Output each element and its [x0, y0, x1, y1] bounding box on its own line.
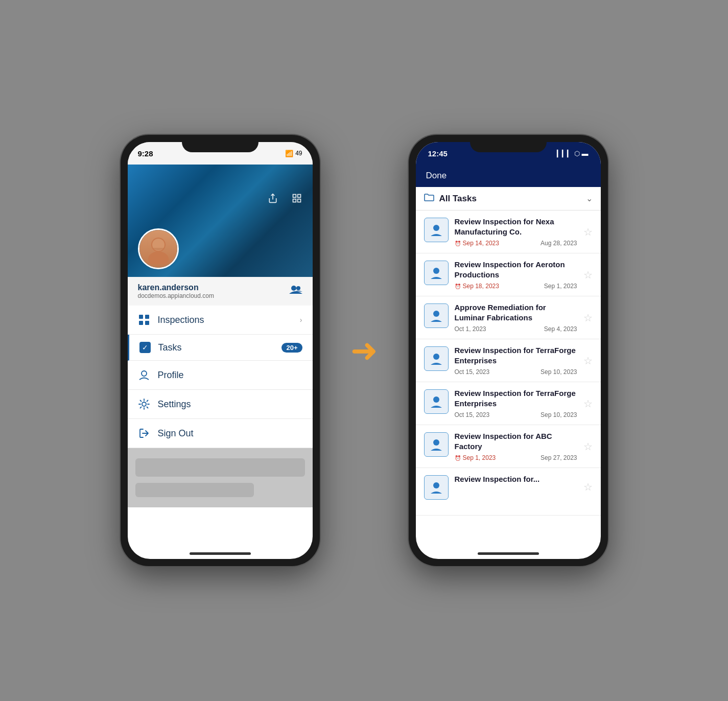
task-dates-1: ⏰ Sep 14, 2023 Aug 28, 2023 — [455, 240, 577, 247]
svg-rect-10 — [145, 315, 149, 319]
task-date-created-3: Sep 4, 2023 — [544, 325, 577, 333]
task-date-created-2: Sep 1, 2023 — [544, 283, 577, 290]
gray-overlay-section — [128, 448, 313, 507]
svg-point-19 — [433, 396, 439, 403]
top-bar-icons — [265, 190, 305, 206]
home-indicator-left — [190, 552, 251, 555]
svg-point-7 — [291, 286, 296, 291]
all-tasks-label: All Tasks — [439, 194, 581, 204]
menu-item-profile[interactable]: Profile — [128, 361, 313, 390]
settings-label: Settings — [158, 399, 302, 410]
star-icon-5[interactable]: ☆ — [583, 398, 593, 410]
done-button[interactable]: Done — [426, 171, 447, 181]
left-phone-notch — [182, 135, 259, 152]
star-icon-7[interactable]: ☆ — [583, 481, 593, 493]
task-date-left-2: ⏰ Sep 18, 2023 — [455, 283, 499, 290]
svg-point-8 — [296, 286, 300, 290]
star-icon-2[interactable]: ☆ — [583, 269, 593, 281]
arrow-icon: ➜ — [350, 334, 378, 367]
task-date-due-3: Oct 1, 2023 — [455, 325, 486, 333]
svg-rect-9 — [139, 315, 143, 319]
inspections-chevron: › — [300, 316, 302, 324]
all-tasks-row[interactable]: All Tasks ⌄ — [416, 187, 601, 211]
star-icon-1[interactable]: ☆ — [583, 226, 593, 238]
star-icon-6[interactable]: ☆ — [583, 440, 593, 453]
task-date-left-6: ⏰ Sep 1, 2023 — [455, 454, 496, 461]
task-date-left-1: ⏰ Sep 14, 2023 — [455, 240, 499, 247]
avatar-face — [139, 230, 177, 268]
task-title-1: Review Inspection for Nexa Manufacturing… — [455, 217, 577, 237]
task-list: Review Inspection for Nexa Manufacturing… — [416, 211, 601, 516]
menu-item-tasks[interactable]: ✓ Tasks 20+ — [128, 335, 313, 361]
task-item-3[interactable]: Approve Remediation for Luminar Fabricat… — [416, 296, 601, 339]
task-item-5[interactable]: Review Inspection for TerraForge Enterpr… — [416, 382, 601, 425]
alarm-icon-6: ⏰ — [455, 455, 461, 461]
task-dates-3: Oct 1, 2023 Sep 4, 2023 — [455, 325, 577, 333]
share-icon[interactable] — [265, 190, 281, 206]
svg-point-14 — [142, 402, 146, 406]
task-item-4[interactable]: Review Inspection for TerraForge Enterpr… — [416, 339, 601, 382]
task-content-6: Review Inspection for ABC Factory ⏰ Sep … — [455, 431, 577, 461]
gray-placeholder-2 — [135, 483, 254, 497]
task-content-3: Approve Remediation for Luminar Fabricat… — [455, 302, 577, 333]
battery-text: 49 — [295, 150, 302, 157]
task-avatar-4 — [424, 346, 449, 371]
scene: 9:28 📶 49 — [121, 135, 608, 566]
right-status-icons: ▎▎▎ ⬡ ▬ — [557, 150, 589, 157]
task-dates-4: Oct 15, 2023 Sep 10, 2023 — [455, 368, 577, 376]
group-icon[interactable] — [289, 285, 302, 298]
username: karen.anderson — [138, 283, 214, 292]
task-title-2: Review Inspection for Aeroton Production… — [455, 260, 577, 279]
profile-icon — [138, 369, 150, 381]
gray-placeholder-1 — [135, 458, 305, 477]
task-item-2[interactable]: Review Inspection for Aeroton Production… — [416, 253, 601, 296]
task-avatar-5 — [424, 389, 449, 414]
hero-image — [128, 165, 313, 277]
folder-icon — [424, 193, 434, 204]
menu-item-inspections[interactable]: Inspections › — [128, 306, 313, 335]
svg-rect-12 — [145, 321, 149, 325]
task-date-created-1: Aug 28, 2023 — [541, 240, 577, 247]
all-tasks-chevron: ⌄ — [586, 194, 593, 203]
left-phone: 9:28 📶 49 — [121, 135, 320, 566]
tasks-checkbox-icon: ✓ — [139, 342, 151, 353]
task-date-due-5: Oct 15, 2023 — [455, 411, 490, 418]
right-phone-screen: 12:45 ▎▎▎ ⬡ ▬ Done All Tasks ⌄ — [416, 142, 601, 559]
svg-rect-2 — [293, 199, 296, 202]
tasks-badge: 20+ — [281, 343, 302, 353]
task-title-5: Review Inspection for TerraForge Enterpr… — [455, 388, 577, 408]
task-date-due-2: Sep 18, 2023 — [463, 283, 499, 290]
user-email: docdemos.appiancloud.com — [138, 292, 214, 299]
task-avatar-6 — [424, 432, 449, 457]
task-content-2: Review Inspection for Aeroton Production… — [455, 260, 577, 290]
user-info: karen.anderson docdemos.appiancloud.com — [138, 283, 214, 299]
task-dates-6: ⏰ Sep 1, 2023 Sep 27, 2023 — [455, 454, 577, 461]
task-item-6[interactable]: Review Inspection for ABC Factory ⏰ Sep … — [416, 425, 601, 468]
signout-icon — [138, 427, 150, 439]
right-phone-notch — [470, 135, 547, 152]
done-bar: Done — [416, 165, 601, 187]
task-item-1[interactable]: Review Inspection for Nexa Manufacturing… — [416, 211, 601, 253]
svg-rect-1 — [297, 195, 300, 198]
svg-point-17 — [433, 311, 439, 317]
wifi-icon-right: ⬡ — [574, 150, 580, 157]
svg-rect-11 — [139, 321, 143, 325]
task-avatar-2 — [424, 261, 449, 285]
menu-item-signout[interactable]: Sign Out — [128, 419, 313, 448]
tasks-label: Tasks — [158, 342, 274, 353]
task-item-7[interactable]: Review Inspection for... ☆ — [416, 468, 601, 516]
star-icon-4[interactable]: ☆ — [583, 355, 593, 367]
task-date-due-6: Sep 1, 2023 — [463, 454, 496, 461]
menu-item-settings[interactable]: Settings — [128, 390, 313, 419]
svg-point-15 — [433, 225, 439, 231]
task-avatar-7 — [424, 475, 449, 500]
svg-point-5 — [148, 251, 169, 264]
grid-icon[interactable] — [289, 190, 305, 206]
task-title-6: Review Inspection for ABC Factory — [455, 431, 577, 451]
profile-label: Profile — [158, 370, 302, 381]
svg-point-20 — [433, 439, 439, 446]
star-icon-3[interactable]: ☆ — [583, 312, 593, 324]
right-phone: 12:45 ▎▎▎ ⬡ ▬ Done All Tasks ⌄ — [409, 135, 608, 566]
wifi-icon: 📶 — [285, 150, 293, 157]
grid-menu-icon — [138, 314, 150, 326]
